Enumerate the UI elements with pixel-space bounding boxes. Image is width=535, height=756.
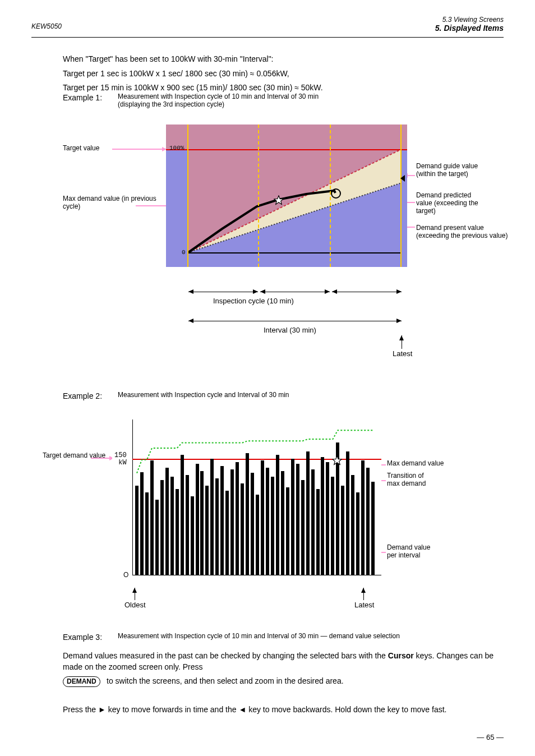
latest-uparrow-2 — [363, 588, 364, 600]
annot-target: Target value — [63, 145, 99, 153]
example3-caption: Measurement with Inspection cycle of 10 … — [118, 633, 504, 640]
bar — [186, 475, 189, 575]
bar — [261, 460, 264, 575]
fig1-v0 — [187, 125, 188, 267]
header-section: 5.3 Viewing Screens 5. Displayed Items — [435, 16, 504, 33]
bar — [200, 471, 204, 575]
fig1-redline — [166, 149, 407, 150]
bar — [291, 459, 294, 575]
fig1-regions — [188, 149, 402, 252]
fig1-0pct: 0 — [182, 249, 186, 256]
bar — [205, 486, 209, 575]
star-icon-2 — [332, 455, 342, 465]
header-line2: 5. Displayed Items — [435, 24, 504, 33]
bar — [181, 455, 184, 575]
bar — [145, 492, 149, 575]
cycle-arrow-1 — [188, 292, 258, 292]
fig1-baseline — [187, 252, 400, 253]
latest-label-2: Latest — [354, 601, 374, 610]
fig2-bars — [135, 420, 376, 575]
bar — [311, 469, 315, 575]
latest-uparrow-1 — [402, 335, 402, 349]
example2-caption: Measurement with Inspection cycle and In… — [118, 391, 504, 399]
triangle-icon — [400, 175, 405, 182]
bar — [346, 451, 349, 575]
annot-present: Demand present value (exceeding the prev… — [416, 224, 517, 240]
tail-p2: to switch the screens, and then select a… — [107, 676, 504, 687]
example2-label: Example 2: — [63, 391, 102, 400]
intro-3: Target per 15 min is 100kW x 900 sec (15… — [63, 82, 504, 94]
bar — [371, 482, 375, 575]
annot-predicted: Demand predicted value (exceeding the ta… — [416, 192, 511, 215]
oldest-label: Oldest — [124, 601, 146, 610]
bar — [140, 472, 144, 575]
bar — [256, 495, 259, 575]
cycle-label: Inspection cycle (10 min) — [213, 297, 294, 306]
bar — [150, 460, 154, 575]
header-model: KEW5050 — [31, 22, 62, 30]
bar — [366, 468, 370, 575]
bar — [246, 453, 249, 575]
bar — [296, 464, 299, 575]
annot2-bar: Demand value per interval — [387, 544, 430, 560]
page-number: — 65 — — [477, 733, 504, 741]
fig2-yaxis — [132, 420, 133, 575]
tail-p3: Press the ► key to move forwards in time… — [63, 704, 504, 716]
star-icon — [274, 195, 284, 205]
bar — [135, 486, 139, 575]
arrow2-target — [91, 458, 113, 459]
bar — [301, 480, 305, 575]
annot-max: Max demand value (in previous cycle) — [63, 195, 158, 211]
circle-icon — [331, 188, 341, 199]
bar — [306, 451, 310, 575]
latest-label-1: Latest — [393, 350, 412, 358]
fig2-ylabel: 150 kW — [114, 452, 127, 466]
fig2-xaxis — [132, 575, 381, 575]
intro-block: When "Target" has been set to 100kW with… — [63, 54, 504, 97]
intro-1: When "Target" has been set to 100kW with… — [63, 54, 504, 65]
demand-button[interactable]: DEMAND — [63, 676, 100, 687]
fig2-zero: O — [123, 571, 128, 579]
fig1-v1 — [258, 125, 259, 267]
bar — [196, 464, 199, 575]
oldest-uparrow — [135, 588, 135, 600]
bar — [266, 468, 269, 575]
bar — [155, 500, 159, 575]
fig1-v3 — [400, 125, 402, 267]
annot2-transition: Transition of max demand — [387, 472, 426, 488]
intro-2: Target per 1 sec is 100kW x 1 sec/ 1800 … — [63, 68, 504, 80]
bar — [341, 486, 344, 575]
fig1-v2 — [330, 125, 331, 267]
header-line1: 5.3 Viewing Screens — [435, 16, 504, 24]
fig1-100pct: 100% — [169, 145, 184, 151]
bar — [356, 492, 359, 575]
bar — [286, 487, 289, 575]
interval-arrow — [188, 321, 402, 321]
bar — [176, 489, 179, 575]
tail-p1: Demand values measured in the past can b… — [63, 651, 504, 672]
bar — [241, 483, 244, 575]
interval-label: Interval (30 min) — [264, 326, 316, 335]
bar — [276, 455, 279, 575]
bar — [316, 489, 320, 575]
example1-label: Example 1: — [63, 93, 102, 102]
bar — [236, 462, 239, 575]
svg-marker-2 — [274, 196, 284, 205]
page: KEW5050 5.3 Viewing Screens 5. Displayed… — [0, 0, 535, 756]
example1-caption: Measurement with Inspection cycle of 10 … — [118, 93, 504, 109]
bar — [351, 475, 354, 575]
header-rule — [31, 37, 504, 38]
bar — [331, 477, 334, 575]
bar — [160, 480, 164, 575]
cycle-arrow-3 — [332, 292, 402, 292]
bar — [170, 477, 174, 575]
fig1-pink — [166, 125, 407, 149]
bar — [220, 466, 224, 575]
bar — [210, 459, 214, 575]
example3-label: Example 3: — [63, 633, 102, 642]
svg-marker-3 — [333, 456, 342, 465]
annot2-max: Max demand value — [387, 460, 444, 468]
bar — [225, 491, 229, 575]
bar — [215, 478, 219, 575]
bar — [281, 471, 284, 575]
